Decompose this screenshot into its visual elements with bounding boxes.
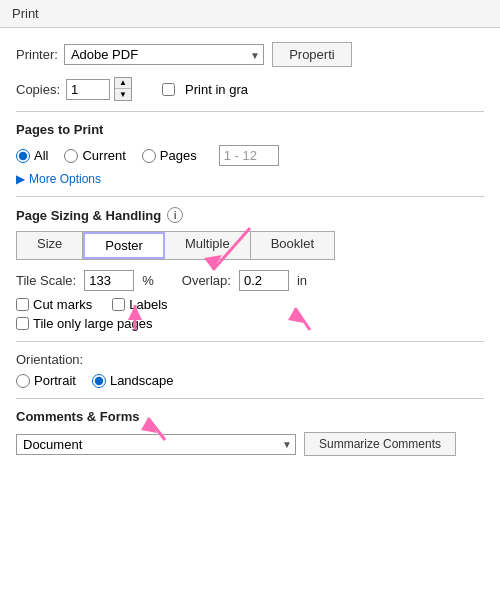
tab-booklet[interactable]: Booklet (251, 232, 334, 259)
tile-scale-row: Tile Scale: % Overlap: in (16, 270, 484, 291)
properties-button[interactable]: Properti (272, 42, 352, 67)
printer-select[interactable]: Adobe PDF (64, 44, 264, 65)
info-icon[interactable]: i (167, 207, 183, 223)
printer-label: Printer: (16, 47, 58, 62)
divider-1 (16, 111, 484, 112)
divider-2 (16, 196, 484, 197)
radio-all-label: All (34, 148, 48, 163)
pages-to-print-title: Pages to Print (16, 122, 484, 137)
tile-scale-unit: % (142, 273, 154, 288)
more-options-toggle[interactable]: ▶ More Options (16, 172, 484, 186)
labels-label: Labels (129, 297, 167, 312)
radio-all[interactable]: All (16, 148, 48, 163)
copies-label: Copies: (16, 82, 60, 97)
tile-scale-input[interactable] (84, 270, 134, 291)
orientation-radio-group: Portrait Landscape (16, 373, 484, 388)
window-title: Print (12, 6, 39, 21)
pages-range-input[interactable] (219, 145, 279, 166)
comments-select[interactable]: Document (16, 434, 296, 455)
overlap-input[interactable] (239, 270, 289, 291)
summarize-comments-button[interactable]: Summarize Comments (304, 432, 456, 456)
pages-radio-group: All Current Pages (16, 145, 484, 166)
tile-only-label: Tile only large pages (33, 316, 152, 331)
tab-row: Size Poster Multiple Booklet (16, 231, 335, 260)
radio-current-label: Current (82, 148, 125, 163)
overlap-label: Overlap: (182, 273, 231, 288)
page-sizing-header: Page Sizing & Handling i (16, 207, 484, 223)
tile-only-checkbox[interactable] (16, 317, 29, 330)
radio-pages[interactable]: Pages (142, 148, 197, 163)
tab-poster[interactable]: Poster (83, 232, 165, 259)
landscape-label: Landscape (110, 373, 174, 388)
tab-size[interactable]: Size (17, 232, 83, 259)
divider-4 (16, 398, 484, 399)
comments-select-wrapper[interactable]: Document ▼ (16, 434, 296, 455)
more-options-triangle: ▶ (16, 172, 25, 186)
portrait-label: Portrait (34, 373, 76, 388)
radio-current[interactable]: Current (64, 148, 125, 163)
comments-forms-section: Comments & Forms Document ▼ Summarize Co… (16, 409, 484, 456)
radio-portrait[interactable]: Portrait (16, 373, 76, 388)
radio-landscape[interactable]: Landscape (92, 373, 174, 388)
orientation-section: Orientation: Portrait Landscape (16, 352, 484, 388)
comments-forms-title: Comments & Forms (16, 409, 484, 424)
labels-checkbox[interactable] (112, 298, 125, 311)
radio-pages-label: Pages (160, 148, 197, 163)
print-grayscale-label: Print in gra (185, 82, 248, 97)
tile-only-row: Tile only large pages (16, 316, 484, 331)
tab-multiple[interactable]: Multiple (165, 232, 251, 259)
comments-forms-row: Document ▼ Summarize Comments (16, 432, 484, 456)
copies-increment[interactable]: ▲ (115, 78, 131, 89)
copies-decrement[interactable]: ▼ (115, 89, 131, 100)
print-grayscale-checkbox[interactable] (162, 83, 175, 96)
page-sizing-title: Page Sizing & Handling (16, 208, 161, 223)
printer-select-wrapper[interactable]: Adobe PDF ▼ (64, 44, 264, 65)
cut-marks-checkbox[interactable] (16, 298, 29, 311)
divider-3 (16, 341, 484, 342)
copies-spinner[interactable]: ▲ ▼ (114, 77, 132, 101)
cut-marks-label: Cut marks (33, 297, 92, 312)
more-options-label: More Options (29, 172, 101, 186)
copies-input[interactable]: 1 (66, 79, 110, 100)
tile-scale-label: Tile Scale: (16, 273, 76, 288)
overlap-unit: in (297, 273, 307, 288)
orientation-title: Orientation: (16, 352, 484, 367)
cut-marks-row: Cut marks Labels (16, 297, 484, 312)
